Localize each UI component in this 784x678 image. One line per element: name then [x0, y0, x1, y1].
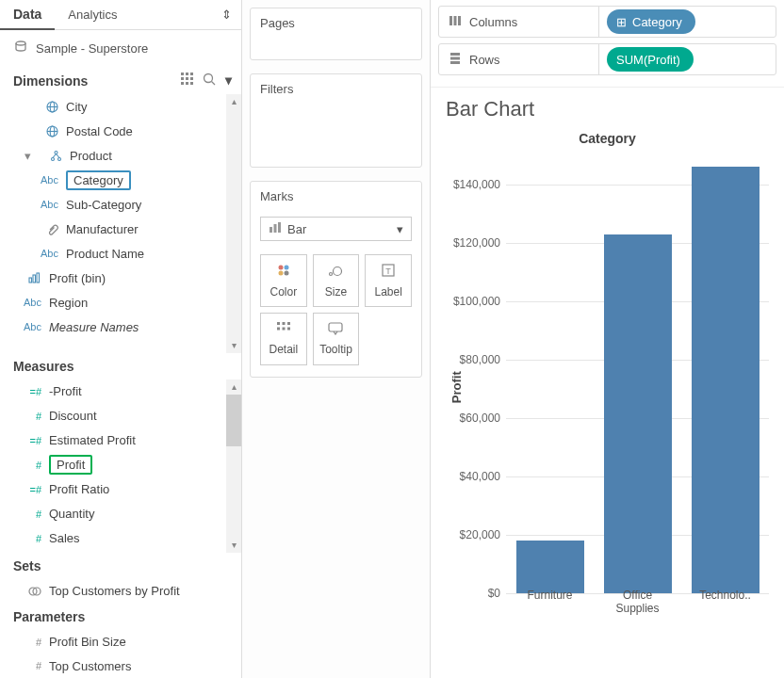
field-label: Product [70, 149, 112, 163]
globe-icon [38, 101, 58, 113]
mark-label-button[interactable]: T Label [365, 254, 412, 307]
field-top-customers-param[interactable]: # Top Customers [0, 654, 241, 678]
field-postal-code[interactable]: Postal Code [0, 119, 241, 143]
field-manufacturer[interactable]: Manufacturer [0, 217, 241, 241]
abc-icon: Abc [38, 174, 58, 186]
data-pane: Data Analytics ⇕ Sample - Superstore Dim… [0, 0, 242, 678]
table-view-icon[interactable] [181, 73, 193, 89]
svg-rect-48 [458, 16, 461, 25]
field-region[interactable]: Abc Region [0, 290, 241, 315]
field-product[interactable]: ▾ Product [0, 143, 241, 168]
y-tick-label: $20,000 [448, 528, 500, 541]
mark-type-select[interactable]: Bar ▾ [260, 217, 412, 241]
svg-rect-51 [450, 61, 460, 64]
mark-color-button[interactable]: Color [260, 254, 307, 307]
svg-point-35 [330, 273, 333, 276]
field-discount[interactable]: # Discount [0, 404, 241, 428]
field-label: Measure Names [49, 320, 139, 334]
field-label: Discount [49, 409, 97, 423]
field-top-customers-set[interactable]: Top Customers by Profit [0, 579, 241, 604]
svg-rect-5 [186, 77, 188, 80]
columns-pill-category[interactable]: ⊞ Category [607, 9, 695, 34]
mark-label: Detail [269, 343, 298, 356]
filters-card[interactable]: Filters [250, 73, 422, 168]
pages-card[interactable]: Pages [250, 8, 422, 60]
field-category[interactable]: Abc Category [0, 168, 241, 192]
svg-rect-8 [186, 82, 188, 85]
mark-label: Color [270, 285, 297, 299]
svg-rect-49 [450, 53, 460, 56]
field-profit-bin-size-param[interactable]: # Profit Bin Size [0, 630, 241, 654]
field-label: Quantity [49, 507, 94, 521]
menu-dropdown-icon[interactable]: ▾ [225, 73, 232, 89]
viz-title[interactable]: Bar Chart [431, 88, 784, 131]
svg-rect-46 [449, 16, 452, 25]
mark-type-label: Bar [287, 222, 306, 236]
field-label: Profit (bin) [49, 271, 106, 285]
svg-rect-28 [270, 227, 272, 233]
connection-row[interactable]: Sample - Superstore [0, 30, 241, 67]
svg-point-18 [55, 151, 57, 153]
bar-office-supplies[interactable] [604, 234, 672, 593]
scrollbar-track[interactable] [226, 109, 241, 338]
rows-pill-sum-profit[interactable]: SUM(Profit) [607, 47, 694, 72]
svg-rect-50 [450, 56, 460, 59]
y-axis-title: Profit [449, 371, 464, 403]
svg-point-0 [16, 41, 25, 45]
tab-analytics[interactable]: Analytics ⇕ [55, 8, 241, 22]
hash-icon: =# [21, 435, 41, 446]
field-quantity[interactable]: # Quantity [0, 502, 241, 526]
svg-point-20 [58, 157, 61, 160]
mark-tooltip-button[interactable]: Tooltip [313, 313, 360, 365]
hash-icon: # [21, 508, 41, 520]
svg-point-31 [278, 266, 283, 270]
svg-rect-47 [454, 16, 457, 25]
field-neg-profit[interactable]: =# -Profit [0, 379, 241, 404]
hash-icon: # [21, 533, 41, 544]
connection-name: Sample - Superstore [36, 41, 148, 56]
chart-category-title: Category [440, 131, 775, 155]
mark-size-button[interactable]: Size [313, 254, 360, 307]
field-profit-ratio[interactable]: =# Profit Ratio [0, 477, 241, 502]
scroll-down-icon[interactable]: ▾ [226, 538, 241, 553]
field-estimated-profit[interactable]: =# Estimated Profit [0, 428, 241, 453]
scroll-up-icon[interactable]: ▴ [226, 94, 241, 109]
scroll-up-icon[interactable]: ▴ [226, 379, 241, 395]
field-profit-bin[interactable]: Profit (bin) [0, 266, 241, 290]
scrollbar-thumb[interactable] [226, 395, 241, 446]
cards-panel: Pages Filters Marks Bar ▾ [242, 0, 431, 678]
dropdown-icon: ▾ [397, 222, 403, 236]
field-label: Manufacturer [66, 222, 139, 236]
filters-title: Filters [251, 74, 421, 104]
svg-rect-44 [287, 328, 290, 331]
field-sub-category[interactable]: Abc Sub-Category [0, 192, 241, 217]
bar-furniture[interactable] [516, 541, 584, 593]
sets-title: Sets [13, 558, 41, 573]
scroll-down-icon[interactable]: ▾ [226, 338, 241, 353]
y-tick-label: $120,000 [448, 236, 500, 250]
field-city[interactable]: City [0, 94, 241, 119]
field-label: Profit Ratio [49, 482, 109, 496]
bar-technolo-[interactable] [692, 167, 760, 593]
field-label: City [66, 100, 87, 114]
svg-rect-40 [282, 322, 285, 325]
bar-icon [269, 222, 282, 236]
mark-detail-button[interactable]: Detail [260, 313, 307, 365]
field-sales[interactable]: # Sales [0, 526, 241, 551]
tab-data[interactable]: Data [0, 0, 55, 30]
field-profit[interactable]: # Profit [0, 453, 241, 477]
svg-point-32 [284, 266, 288, 270]
rows-shelf[interactable]: Rows SUM(Profit) [438, 43, 776, 75]
field-label: Sub-Category [66, 198, 141, 212]
svg-rect-6 [190, 77, 193, 80]
color-icon [276, 263, 291, 282]
field-label: Postal Code [66, 124, 133, 138]
bars-area [506, 155, 769, 593]
field-product-name[interactable]: Abc Product Name [0, 241, 241, 266]
field-measure-names[interactable]: Abc Measure Names [0, 315, 241, 339]
search-icon[interactable] [203, 73, 216, 89]
columns-shelf[interactable]: Columns ⊞ Category [438, 6, 776, 38]
scrollbar-track[interactable] [226, 395, 241, 538]
hash-icon: # [21, 660, 41, 671]
svg-point-36 [334, 267, 342, 276]
